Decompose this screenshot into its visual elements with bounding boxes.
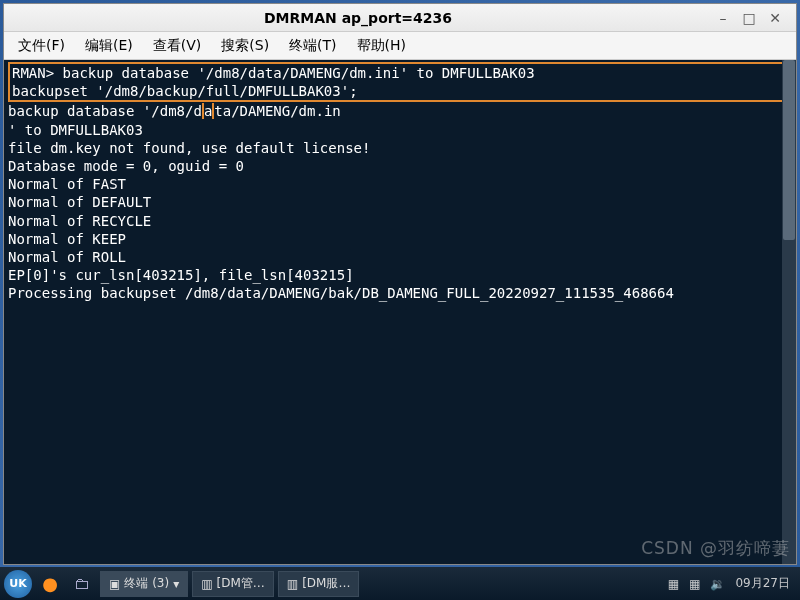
task-label: 终端 (3): [124, 575, 169, 592]
task-terminal[interactable]: ▣ 终端 (3) ▾: [100, 571, 188, 597]
titlebar[interactable]: DMRMAN ap_port=4236 – □ ✕: [4, 4, 796, 32]
term-line: file dm.key not found, use default licen…: [8, 139, 792, 157]
term-line: EP[0]'s cur_lsn[403215], file_lsn[403215…: [8, 266, 792, 284]
tray-app-icon[interactable]: ▦: [668, 577, 679, 591]
highlighted-command: RMAN> backup database '/dm8/data/DAMENG/…: [8, 62, 792, 102]
scrollbar[interactable]: [782, 60, 796, 564]
highlight-fragment: a: [202, 103, 214, 119]
window-title: DMRMAN ap_port=4236: [264, 10, 452, 26]
file-manager-icon[interactable]: 🗀: [68, 570, 96, 598]
chevron-down-icon: ▾: [173, 577, 179, 591]
task-label: [DM管…: [217, 575, 265, 592]
menu-search[interactable]: 搜索(S): [213, 35, 277, 57]
sound-icon[interactable]: 🔉: [710, 577, 725, 591]
task-label: [DM服…: [302, 575, 350, 592]
system-tray: ▦ ▦ 🔉 09月27日: [668, 575, 796, 592]
menu-help[interactable]: 帮助(H): [349, 35, 414, 57]
dm-icon: ▥: [201, 577, 212, 591]
task-dm-manager[interactable]: ▥ [DM管…: [192, 571, 274, 597]
term-line: Normal of ROLL: [8, 248, 792, 266]
menubar: 文件(F) 编辑(E) 查看(V) 搜索(S) 终端(T) 帮助(H): [4, 32, 796, 60]
menu-terminal[interactable]: 终端(T): [281, 35, 344, 57]
term-line: ' to DMFULLBAK03: [8, 121, 792, 139]
term-line: backup database '/dm8/d: [8, 103, 202, 119]
menu-view[interactable]: 查看(V): [145, 35, 210, 57]
terminal-icon: ▣: [109, 577, 120, 591]
start-button[interactable]: UK: [4, 570, 32, 598]
terminal-output[interactable]: RMAN> backup database '/dm8/data/DAMENG/…: [4, 60, 796, 564]
term-line: ta/DAMENG/dm.in: [214, 103, 340, 119]
tray-date[interactable]: 09月27日: [735, 575, 790, 592]
term-line: Normal of FAST: [8, 175, 792, 193]
task-dm-service[interactable]: ▥ [DM服…: [278, 571, 360, 597]
menu-edit[interactable]: 编辑(E): [77, 35, 141, 57]
term-line: Database mode = 0, oguid = 0: [8, 157, 792, 175]
maximize-button[interactable]: □: [738, 9, 760, 27]
term-line: Processing backupset /dm8/data/DAMENG/ba…: [8, 284, 792, 302]
menu-file[interactable]: 文件(F): [10, 35, 73, 57]
dm-icon: ▥: [287, 577, 298, 591]
minimize-button[interactable]: –: [712, 9, 734, 27]
term-line: Normal of KEEP: [8, 230, 792, 248]
taskbar: UK ● 🗀 ▣ 终端 (3) ▾ ▥ [DM管… ▥ [DM服… ▦ ▦ 🔉 …: [0, 567, 800, 600]
scrollbar-thumb[interactable]: [783, 60, 795, 240]
term-line: backupset '/dm8/backup/full/DMFULLBAK03'…: [12, 83, 358, 99]
close-button[interactable]: ✕: [764, 9, 786, 27]
firefox-icon[interactable]: ●: [36, 570, 64, 598]
tray-run-icon[interactable]: ▦: [689, 577, 700, 591]
terminal-window: DMRMAN ap_port=4236 – □ ✕ 文件(F) 编辑(E) 查看…: [3, 3, 797, 565]
term-line: RMAN> backup database '/dm8/data/DAMENG/…: [12, 65, 535, 81]
term-line: Normal of RECYCLE: [8, 212, 792, 230]
term-line: Normal of DEFAULT: [8, 193, 792, 211]
